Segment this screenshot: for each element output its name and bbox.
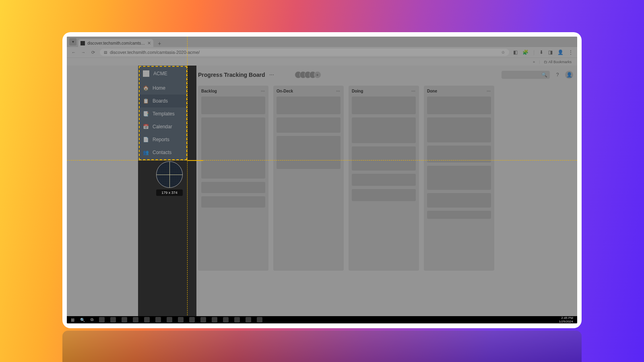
sidebar-item-label: Home	[153, 85, 165, 91]
taskbar-app[interactable]	[212, 317, 217, 323]
extension-button[interactable]: ◧	[513, 49, 518, 55]
sidebar-item-label: Templates	[153, 111, 175, 117]
sidebar-item-contacts[interactable]: 👥 Contacts	[138, 146, 187, 159]
card[interactable]	[277, 117, 341, 133]
card[interactable]	[352, 117, 416, 143]
board-columns: Backlog ⋯ On-Deck ⋯	[198, 86, 573, 312]
card[interactable]	[427, 193, 491, 208]
sidebar-item-home[interactable]: 🏠 Home	[138, 82, 187, 95]
reports-icon: 📄	[143, 137, 149, 142]
windows-taskbar: ⊞ 🔍 ⧉ 2:45 PM 1/25/	[67, 316, 577, 323]
card[interactable]	[201, 182, 265, 193]
taskbar-app[interactable]	[144, 317, 150, 323]
taskbar-app[interactable]	[234, 317, 240, 323]
card[interactable]	[201, 196, 265, 208]
forward-button[interactable]: →	[80, 50, 86, 55]
site-info-icon[interactable]: ▤	[104, 49, 107, 56]
board-title: Progress Tracking Board	[198, 72, 265, 78]
sidebar-item-calendar[interactable]: 📅 Calendar	[138, 120, 187, 133]
browser-tab[interactable]: discover.techsmith.com/camts… ✕	[78, 39, 153, 47]
card[interactable]	[352, 146, 416, 171]
card[interactable]	[427, 117, 491, 142]
frame-reflection	[62, 331, 582, 362]
taskbar-app[interactable]	[99, 317, 105, 323]
back-button[interactable]: ←	[71, 50, 76, 55]
taskbar-app[interactable]	[133, 317, 138, 323]
tab-search-button[interactable]: ▾	[69, 38, 76, 45]
user-avatar-button[interactable]: 👤	[565, 71, 573, 79]
add-member-button[interactable]: +	[314, 71, 321, 78]
start-button[interactable]: ⊞	[71, 317, 74, 323]
taskbar-search-icon[interactable]: 🔍	[80, 318, 85, 322]
card[interactable]	[352, 97, 416, 114]
help-button[interactable]: ?	[554, 72, 561, 78]
task-view-icon[interactable]: ⧉	[91, 317, 93, 322]
sidebar-item-label: Contacts	[153, 150, 171, 155]
column-title: On-Deck	[277, 89, 293, 93]
sidebar-item-reports[interactable]: 📄 Reports	[138, 133, 187, 146]
taskbar-app[interactable]	[155, 317, 161, 323]
card[interactable]	[427, 211, 491, 219]
calendar-icon: 📅	[143, 124, 149, 130]
page-content: ACME 🏠 Home 📋 Boards 📑 Templates	[67, 66, 577, 316]
workspace-icon	[143, 70, 149, 77]
taskbar-app[interactable]	[246, 317, 251, 323]
new-tab-button[interactable]: +	[155, 40, 164, 47]
card[interactable]	[427, 166, 491, 190]
templates-icon: 📑	[143, 111, 149, 117]
download-icon[interactable]: ⬇	[539, 49, 543, 55]
card[interactable]	[427, 97, 491, 114]
bookmark-bar: » | 🗀 All Bookmarks	[67, 58, 577, 66]
tab-title: discover.techsmith.com/camts…	[87, 41, 145, 45]
column-menu-icon[interactable]: ⋯	[261, 89, 265, 93]
column-doing[interactable]: Doing ⋯	[349, 86, 419, 271]
address-bar[interactable]: ▤ discover.techsmith.com/camtasia-2020-a…	[100, 49, 509, 56]
taskbar-app[interactable]	[257, 317, 262, 323]
workspace-switcher[interactable]: ACME	[138, 66, 187, 82]
column-menu-icon[interactable]: ⋯	[411, 89, 416, 93]
sidebar-item-boards[interactable]: 📋 Boards	[138, 95, 187, 107]
extensions-icon[interactable]: 🧩	[522, 49, 528, 55]
folder-icon: 🗀	[544, 60, 547, 64]
taskbar-app[interactable]	[178, 317, 184, 323]
column-menu-icon[interactable]: ⋯	[487, 89, 491, 93]
all-bookmarks-button[interactable]: 🗀 All Bookmarks	[544, 60, 572, 64]
boards-icon: 📋	[143, 98, 149, 104]
contacts-icon: 👥	[143, 150, 149, 155]
sidebar-item-templates[interactable]: 📑 Templates	[138, 107, 187, 120]
card[interactable]	[277, 136, 341, 169]
card[interactable]	[352, 189, 416, 201]
card[interactable]	[201, 117, 265, 179]
taskbar-app[interactable]	[223, 317, 229, 323]
bookmark-star-icon[interactable]: ☆	[501, 49, 505, 56]
column-title: Done	[427, 89, 437, 93]
sidepanel-icon[interactable]: ◨	[548, 49, 553, 55]
chrome-menu-icon[interactable]: ⋮	[568, 49, 573, 55]
card[interactable]	[201, 97, 265, 114]
taskbar-app[interactable]	[122, 317, 127, 323]
card[interactable]	[277, 97, 341, 114]
column-menu-icon[interactable]: ⋯	[336, 89, 341, 93]
board-menu-icon[interactable]: ⋯	[269, 72, 275, 78]
card[interactable]	[352, 174, 416, 186]
system-clock[interactable]: 2:45 PM 1/25/2024	[559, 316, 573, 323]
taskbar-app[interactable]	[167, 317, 172, 323]
favicon	[80, 41, 85, 45]
sidebar-item-label: Calendar	[153, 124, 172, 130]
column-ondeck[interactable]: On-Deck ⋯	[273, 86, 344, 271]
browser-tabstrip: ▾ discover.techsmith.com/camts… ✕ +	[67, 37, 577, 47]
column-done[interactable]: Done ⋯	[424, 86, 494, 271]
reload-button[interactable]: ⟳	[90, 50, 96, 55]
taskbar-app[interactable]	[200, 317, 206, 323]
profile-icon[interactable]: 👤	[557, 49, 564, 55]
sidebar-item-label: Reports	[153, 137, 169, 142]
taskbar-app[interactable]	[110, 317, 116, 323]
column-backlog[interactable]: Backlog ⋯	[198, 86, 268, 271]
board-search[interactable]: 🔍	[502, 71, 550, 79]
card[interactable]	[427, 146, 491, 162]
taskbar-app[interactable]	[189, 317, 195, 323]
column-title: Doing	[352, 89, 363, 93]
tab-close-icon[interactable]: ✕	[147, 41, 151, 46]
bookmark-overflow-icon[interactable]: »	[533, 60, 535, 64]
board-members[interactable]: +	[295, 71, 321, 78]
